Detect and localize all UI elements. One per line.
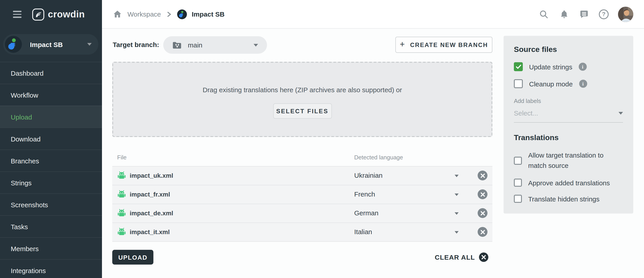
- sidebar-item-label: Branches: [11, 157, 39, 164]
- dropzone-instruction: Drag existing translations here (ZIP arc…: [113, 86, 492, 94]
- language-value: Ukrainian: [354, 171, 382, 179]
- chevron-down-icon: [454, 231, 459, 234]
- language-value: French: [354, 190, 375, 198]
- file-name: impact_uk.xml: [130, 172, 173, 179]
- chevron-down-icon: [454, 212, 459, 215]
- breadcrumb: Workspace Impact SB: [112, 9, 224, 20]
- help-icon[interactable]: [599, 9, 609, 19]
- file-name: impact_de.xml: [130, 209, 173, 217]
- sidebar-item-branches[interactable]: Branches: [0, 150, 102, 171]
- android-file-icon: [117, 190, 126, 200]
- language-value: Italian: [354, 228, 372, 235]
- remove-file-button[interactable]: [478, 171, 488, 180]
- clear-all-label: CLEAR ALL: [435, 253, 475, 261]
- notifications-bell-icon[interactable]: [558, 9, 569, 20]
- sidebar: crowdin Impact SB Dashboard Workflow Upl…: [0, 0, 102, 278]
- info-icon[interactable]: [579, 80, 587, 88]
- sidebar-nav: Dashboard Workflow Upload Download Branc…: [0, 62, 102, 278]
- sidebar-item-label: Upload: [11, 113, 32, 121]
- home-icon[interactable]: [112, 9, 122, 20]
- chevron-down-icon: [454, 194, 459, 196]
- sidebar-item-label: Tasks: [11, 223, 28, 230]
- sidebar-item-members[interactable]: Members: [0, 237, 102, 259]
- translate-hidden-option: Translate hidden strings: [514, 195, 623, 203]
- breadcrumb-chevron-icon: [166, 9, 172, 20]
- crowdin-logo[interactable]: crowdin: [32, 8, 85, 20]
- translate-hidden-checkbox[interactable]: [514, 195, 522, 203]
- labels-select[interactable]: Select...: [514, 109, 623, 123]
- sidebar-top: crowdin: [0, 0, 102, 29]
- header-actions: [538, 7, 644, 22]
- create-branch-label: CREATE NEW BRANCH: [410, 41, 488, 48]
- table-row: impact_uk.xml Ukrainian: [112, 166, 492, 185]
- approve-translations-checkbox[interactable]: [514, 179, 522, 187]
- target-branch-label: Target branch:: [113, 41, 159, 48]
- sidebar-item-screenshots[interactable]: Screenshots: [0, 193, 102, 215]
- messages-chat-icon[interactable]: [579, 9, 590, 20]
- app-window: crowdin Impact SB Dashboard Workflow Upl…: [0, 0, 644, 278]
- labels-select-placeholder: Select...: [514, 109, 538, 117]
- table-row: impact_de.xml German: [112, 204, 492, 222]
- cleanup-mode-checkbox[interactable]: [514, 79, 523, 88]
- language-select[interactable]: Ukrainian: [354, 167, 466, 185]
- column-header-file: File: [117, 154, 126, 161]
- sidebar-item-dashboard[interactable]: Dashboard: [0, 62, 102, 84]
- crowdin-logo-text: crowdin: [48, 9, 85, 20]
- plus-icon: +: [400, 39, 405, 49]
- branch-select[interactable]: main: [163, 36, 267, 54]
- project-selector[interactable]: Impact SB: [3, 34, 98, 55]
- language-value: German: [354, 209, 378, 217]
- select-files-button[interactable]: SELECT FILES: [273, 103, 332, 119]
- update-strings-checkbox[interactable]: [514, 62, 523, 71]
- uploaded-files-table: impact_uk.xml Ukrainian: [112, 166, 492, 242]
- column-header-language: Detected language: [354, 154, 403, 161]
- hamburger-menu-icon[interactable]: [13, 11, 22, 18]
- sidebar-item-upload[interactable]: Upload: [0, 106, 102, 128]
- approve-translations-label[interactable]: Approve added translations: [528, 179, 610, 186]
- create-new-branch-button[interactable]: + CREATE NEW BRANCH: [395, 37, 492, 53]
- search-icon[interactable]: [538, 9, 549, 20]
- android-file-icon: [117, 209, 126, 219]
- source-files-title: Source files: [514, 45, 623, 54]
- remove-file-button[interactable]: [478, 189, 488, 199]
- remove-file-button[interactable]: [478, 208, 488, 218]
- clear-all-button[interactable]: CLEAR ALL: [112, 250, 488, 264]
- sidebar-item-label: Screenshots: [11, 201, 48, 208]
- info-icon[interactable]: [578, 63, 586, 71]
- breadcrumb-project-icon: [177, 9, 187, 19]
- file-name: impact_it.xml: [130, 228, 170, 235]
- allow-match-label[interactable]: Allow target translation to match source: [528, 150, 623, 171]
- chevron-down-icon: [87, 43, 92, 46]
- sidebar-item-strings[interactable]: Strings: [0, 171, 102, 193]
- sidebar-item-label: Integrations: [11, 266, 46, 274]
- language-select[interactable]: French: [354, 185, 466, 204]
- language-select[interactable]: Italian: [354, 223, 466, 241]
- sidebar-item-integrations[interactable]: Integrations: [0, 259, 102, 278]
- cleanup-mode-option: Cleanup mode: [514, 79, 623, 88]
- file-dropzone[interactable]: Drag existing translations here (ZIP arc…: [112, 62, 492, 137]
- chevron-down-icon: [254, 44, 258, 46]
- sidebar-item-workflow[interactable]: Workflow: [0, 84, 102, 106]
- update-strings-option: Update strings: [514, 62, 623, 71]
- android-file-icon: [117, 227, 126, 238]
- user-avatar[interactable]: [618, 7, 633, 22]
- sidebar-item-label: Strings: [11, 179, 32, 186]
- language-select[interactable]: German: [354, 204, 466, 222]
- allow-match-option: Allow target translation to match source: [514, 150, 623, 171]
- sidebar-item-tasks[interactable]: Tasks: [0, 215, 102, 237]
- chevron-down-icon: [618, 112, 623, 114]
- main-content: Target branch: main + CREATE NEW BRANCH …: [102, 29, 644, 278]
- sidebar-item-label: Members: [11, 245, 39, 252]
- file-name: impact_fr.xml: [130, 191, 170, 198]
- translate-hidden-label[interactable]: Translate hidden strings: [528, 195, 600, 203]
- breadcrumb-workspace-link[interactable]: Workspace: [128, 10, 161, 18]
- impact-logo-icon: [5, 36, 22, 53]
- remove-file-button[interactable]: [478, 227, 488, 237]
- sidebar-item-download[interactable]: Download: [0, 128, 102, 150]
- update-strings-label[interactable]: Update strings: [529, 63, 572, 71]
- allow-match-checkbox[interactable]: [514, 156, 522, 164]
- top-header: Workspace Impact SB: [102, 0, 644, 29]
- cleanup-mode-label[interactable]: Cleanup mode: [529, 80, 573, 88]
- breadcrumb-project-label: Impact SB: [192, 10, 225, 18]
- sidebar-item-label: Workflow: [11, 91, 38, 99]
